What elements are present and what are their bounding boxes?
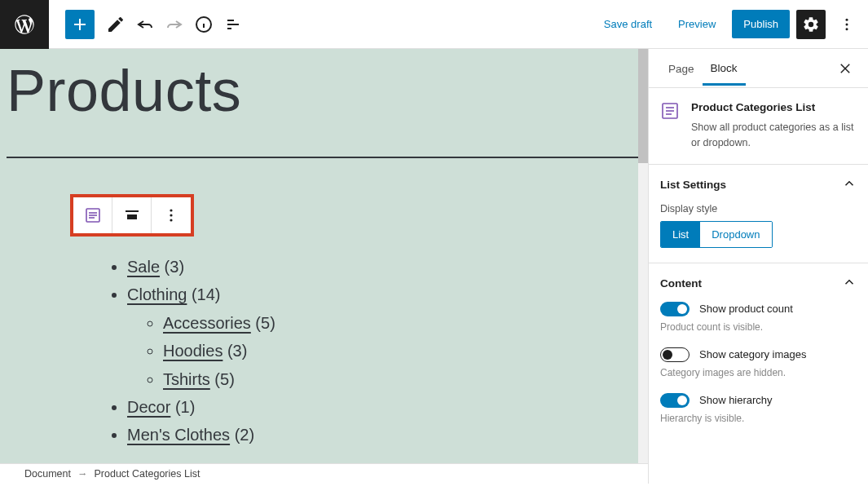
more-menu-button[interactable]	[832, 10, 861, 39]
wordpress-logo[interactable]	[0, 0, 49, 49]
breadcrumb-root[interactable]: Document	[24, 468, 71, 480]
category-link[interactable]: Decor	[127, 398, 170, 416]
svg-point-17	[170, 219, 172, 221]
category-link[interactable]: Tshirts	[163, 370, 210, 388]
display-style-list[interactable]: List	[661, 222, 700, 247]
breadcrumb-current[interactable]: Product Categories List	[94, 468, 200, 480]
svg-point-15	[170, 209, 172, 211]
block-type-icon[interactable]	[73, 197, 112, 233]
display-style-dropdown[interactable]: Dropdown	[700, 222, 771, 247]
toggle-show-product-count[interactable]	[660, 302, 690, 316]
breadcrumb: Document → Product Categories List	[0, 463, 648, 484]
chevron-up-icon	[842, 275, 857, 292]
preview-button[interactable]: Preview	[668, 11, 725, 37]
separator	[7, 157, 641, 158]
product-categories-block[interactable]: Sale (3) Clothing (14) Accessories (5) H…	[0, 237, 648, 449]
category-link[interactable]: Accessories	[163, 314, 251, 332]
align-button[interactable]	[112, 197, 152, 233]
block-more-button[interactable]	[152, 197, 191, 233]
edit-mode-button[interactable]	[101, 10, 130, 39]
add-block-button[interactable]	[65, 10, 95, 39]
top-toolbar: Save draft Preview Publish	[0, 0, 868, 49]
svg-point-6	[846, 18, 848, 20]
block-toolbar	[70, 194, 194, 237]
display-style-group: List Dropdown	[660, 221, 773, 248]
chevron-up-icon	[842, 176, 857, 193]
save-draft-button[interactable]: Save draft	[594, 11, 662, 37]
list-item: Accessories (5)	[163, 309, 648, 337]
tab-block[interactable]: Block	[703, 51, 746, 86]
panel-list-settings-toggle[interactable]: List Settings	[660, 176, 857, 193]
block-info-icon	[660, 101, 680, 121]
tab-page[interactable]: Page	[660, 51, 703, 85]
list-item: Decor (1)	[127, 393, 648, 421]
block-info-title: Product Categories List	[691, 101, 857, 113]
settings-sidebar: Page Block Product Categories List Show …	[648, 49, 868, 484]
category-link[interactable]: Hoodies	[163, 342, 223, 360]
publish-button[interactable]: Publish	[732, 10, 790, 38]
page-title[interactable]: Products	[0, 49, 648, 157]
info-button[interactable]	[189, 10, 218, 39]
undo-button[interactable]	[130, 10, 160, 39]
category-link[interactable]: Clothing	[127, 285, 187, 303]
redo-button[interactable]	[160, 10, 189, 39]
display-style-label: Display style	[660, 203, 857, 214]
editor-canvas[interactable]: Products Sale (3) Clothing (14)	[0, 49, 648, 463]
svg-point-7	[846, 23, 848, 25]
list-item: Hoodies (3)	[163, 337, 648, 365]
list-item: Sale (3)	[127, 253, 648, 281]
outline-button[interactable]	[218, 10, 248, 39]
list-item: Clothing (14) Accessories (5) Hoodies (3…	[127, 281, 648, 393]
toggle-show-hierarchy[interactable]	[660, 393, 690, 408]
panel-content-toggle[interactable]: Content	[660, 275, 857, 292]
toggle-show-category-images[interactable]	[660, 347, 690, 362]
category-link[interactable]: Sale	[127, 258, 160, 276]
svg-rect-13	[126, 210, 139, 212]
scrollbar[interactable]	[638, 49, 648, 463]
close-panel-button[interactable]	[834, 57, 857, 80]
svg-rect-14	[127, 214, 137, 219]
svg-point-16	[170, 214, 172, 216]
settings-button[interactable]	[796, 10, 826, 39]
list-item: Men's Clothes (2)	[127, 421, 648, 449]
block-info-desc: Show all product categories as a list or…	[691, 120, 857, 151]
svg-point-8	[846, 28, 848, 30]
list-item: Tshirts (5)	[163, 365, 648, 393]
category-link[interactable]: Men's Clothes	[127, 426, 230, 444]
